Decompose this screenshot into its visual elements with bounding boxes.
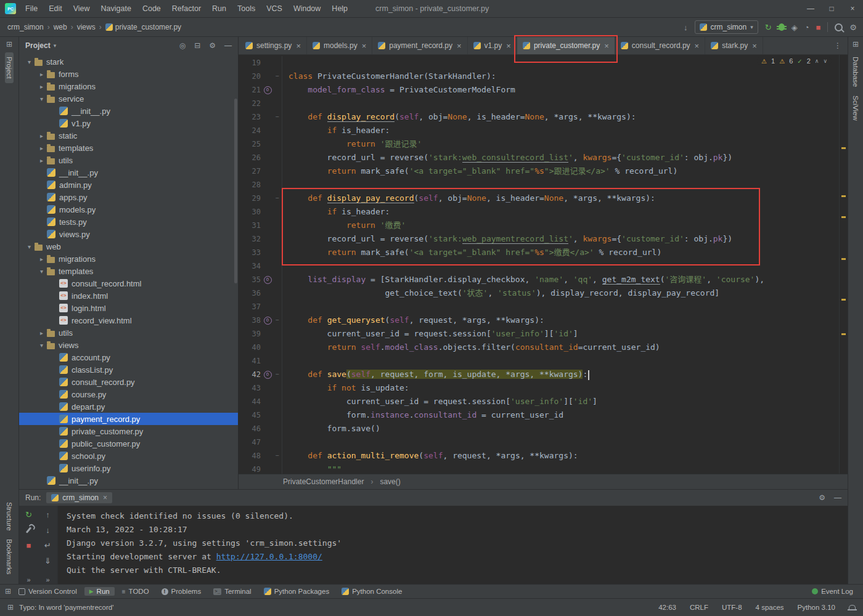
stripe-mark[interactable] (841, 258, 846, 260)
tree-item-v1-py[interactable]: v1.py (19, 117, 238, 129)
tab-v1-py[interactable]: v1.py× (468, 37, 517, 54)
indent-setting[interactable]: 4 spaces (756, 604, 784, 611)
tree-item-classlist-py[interactable]: classList.py (19, 363, 238, 376)
scrollbar-thumb[interactable] (234, 99, 237, 283)
settings-icon[interactable]: ⚙ (849, 23, 857, 32)
menu-window[interactable]: Window (288, 4, 326, 13)
close-tab-icon[interactable]: × (506, 41, 511, 51)
inspections-widget[interactable]: ⚠1 ⚠6 ✓2 ∧ ∨ (757, 57, 832, 65)
console-link[interactable]: http://127.0.0.1:8000/ (216, 552, 322, 561)
chevron-collapsed-icon[interactable]: ▸ (36, 71, 47, 78)
override-marker-icon[interactable]: o (263, 273, 272, 286)
breadcrumb-item-views[interactable]: views (76, 23, 97, 31)
error-stripe[interactable] (839, 55, 848, 474)
close-tab-icon[interactable]: × (752, 41, 757, 51)
override-marker-icon[interactable]: o (263, 368, 272, 381)
menu-file[interactable]: File (20, 4, 43, 13)
tree-item-forms[interactable]: ▸forms (19, 68, 238, 80)
project-panel-title[interactable]: Project (25, 41, 51, 50)
toolwindow-button-problems[interactable]: !Problems (157, 587, 207, 596)
hide-panel-icon[interactable]: — (224, 41, 232, 50)
tree-item-init-py[interactable]: __init__.py (19, 105, 238, 117)
code-editor[interactable]: 1920−class PrivateCustomerHandler(StarkH… (239, 55, 848, 474)
tree-item-init-py[interactable]: __init__.py (19, 166, 238, 179)
tree-item-index-html[interactable]: index.html (19, 290, 238, 302)
toolwindows-icon[interactable]: ⊞ (5, 587, 11, 596)
override-marker-icon[interactable]: o (263, 83, 272, 97)
chevron-down-icon[interactable]: ▾ (54, 43, 57, 49)
close-tab-icon[interactable]: × (362, 41, 367, 51)
chevron-expanded-icon[interactable]: ▾ (36, 268, 47, 275)
more-actions-icon[interactable]: » (27, 576, 30, 583)
build-settings-icon[interactable] (23, 525, 35, 535)
chevron-collapsed-icon[interactable]: ▸ (36, 83, 47, 90)
settings-icon[interactable]: ⚙ (209, 41, 216, 50)
tree-item-course-py[interactable]: course.py (19, 388, 238, 400)
chevron-collapsed-icon[interactable]: ▸ (36, 330, 47, 336)
menu-view[interactable]: View (68, 4, 96, 13)
tree-item-templates[interactable]: ▾templates (19, 265, 238, 277)
tree-item-login-html[interactable]: login.html (19, 302, 238, 314)
menu-tools[interactable]: Tools (232, 4, 261, 13)
vcs-update-icon[interactable]: ↓ (684, 23, 688, 32)
toolwindow-button-todo[interactable]: ≡TODO (117, 587, 154, 596)
stripe-mark[interactable] (841, 333, 846, 335)
toolwindow-tab-bookmarks[interactable]: Bookmarks (5, 535, 14, 579)
file-encoding[interactable]: UTF-8 (722, 604, 742, 611)
tree-item-utils[interactable]: ▸utils (19, 326, 238, 339)
toolwindows-icon[interactable]: ⊞ (7, 603, 14, 612)
toolwindow-tab-project[interactable]: Project (5, 52, 14, 83)
breadcrumb-item-private-customer-py[interactable]: private_customer.py (104, 23, 182, 31)
breadcrumb-class[interactable]: PrivateCustomerHandler (283, 477, 364, 486)
tree-item-userinfo-py[interactable]: userinfo.py (19, 462, 238, 474)
soft-wrap-icon[interactable]: ↵ (43, 540, 54, 550)
tree-item-views-py[interactable]: views.py (19, 228, 238, 240)
fold-marker-icon[interactable]: − (272, 314, 282, 327)
stripe-mark[interactable] (841, 299, 846, 301)
tree-item-migrations[interactable]: ▸migrations (19, 80, 238, 92)
collapse-all-icon[interactable]: ⊟ (194, 41, 200, 50)
interpreter[interactable]: Python 3.10 (798, 604, 835, 611)
run-icon[interactable]: ↻ (765, 23, 772, 32)
tree-item-views[interactable]: ▾views (19, 339, 238, 351)
chevron-expanded-icon[interactable]: ▾ (36, 95, 47, 102)
tree-item-depart-py[interactable]: depart.py (19, 400, 238, 413)
tree-item-apps-py[interactable]: apps.py (19, 191, 238, 203)
toolwindow-button-run[interactable]: ▶Run (84, 587, 115, 596)
stripe-mark[interactable] (841, 147, 846, 149)
tree-item-admin-py[interactable]: admin.py (19, 179, 238, 191)
profiler-icon[interactable]: ◔ (804, 23, 809, 32)
tree-item-init-py[interactable]: __init__.py (19, 474, 238, 487)
notifications-icon[interactable] (849, 605, 856, 610)
toolwindow-button-python-console[interactable]: Python Console (337, 587, 407, 596)
menu-edit[interactable]: Edit (43, 4, 68, 13)
breadcrumb-item-web[interactable]: web (52, 23, 68, 31)
run-config-select[interactable]: crm_simon ▾ (695, 20, 758, 34)
close-tab-icon[interactable]: × (103, 493, 107, 502)
breadcrumb-method[interactable]: save() (380, 477, 400, 486)
close-button[interactable]: × (842, 0, 863, 17)
tree-item-school-py[interactable]: school.py (19, 450, 238, 462)
console-output[interactable]: System check identified no issues (0 sil… (58, 506, 848, 587)
chevron-expanded-icon[interactable]: ▾ (36, 342, 47, 349)
tab-settings-py[interactable]: settings.py× (240, 37, 307, 54)
tree-item-utils[interactable]: ▸utils (19, 154, 238, 166)
stripe-mark[interactable] (841, 195, 846, 197)
toolwindow-button-event-log[interactable]: Event Log (807, 587, 858, 596)
tree-item-account-py[interactable]: account.py (19, 351, 238, 363)
tree-item-consult-record-py[interactable]: consult_record.py (19, 376, 238, 388)
debug-icon[interactable] (779, 23, 785, 31)
tab-models-py[interactable]: models.py× (307, 37, 372, 54)
menu-run[interactable]: Run (207, 4, 232, 13)
toolwindow-tab-sciview[interactable]: SciView (851, 91, 860, 125)
menu-code[interactable]: Code (137, 4, 166, 13)
rerun-icon[interactable]: ↻ (23, 509, 35, 519)
tree-item-migrations[interactable]: ▸migrations (19, 253, 238, 265)
close-tab-icon[interactable]: × (695, 41, 700, 51)
tab-payment-record-py[interactable]: payment_record.py× (372, 37, 467, 54)
tree-item-payment-record-py[interactable]: payment_record.py (19, 413, 238, 425)
menu-vcs[interactable]: VCS (261, 4, 288, 13)
run-tab[interactable]: crm_simon × (46, 492, 112, 503)
tree-item-public-customer-py[interactable]: public_customer.py (19, 437, 238, 450)
tab-private-customer-py[interactable]: private_customer.py× (517, 37, 615, 54)
